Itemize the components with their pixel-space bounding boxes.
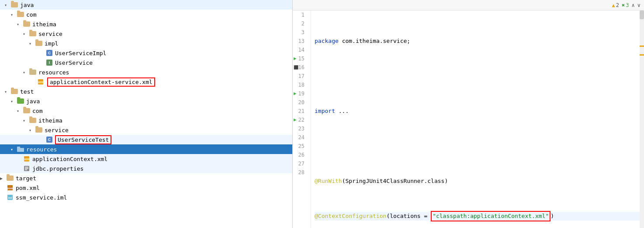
arrow-resources-selected: ▾ [10,147,17,152]
tree-item-ssmiml[interactable]: ▾ iml ssm_service.iml [0,193,292,202]
run-arrow-19: ▶ [294,89,297,98]
line-num-22: ▶ 22 [293,116,307,124]
tree-item-com[interactable]: ▾ com [0,10,292,19]
tree-item-itheima2[interactable]: ▾ itheima [0,116,292,125]
code-line-13 [315,142,640,151]
folder-icon-itheima [23,21,31,28]
warn-marker-2 [640,54,644,56]
tree-item-resources-selected[interactable]: ▾ resources [0,144,292,154]
xml-icon-appctxservice: xml [37,78,45,85]
run-arrow-15: ▶ [294,54,297,63]
line-num-13: 13 [293,37,307,46]
line-num-16: ⬛ 16 [293,63,307,72]
arrow-java2: ▾ [10,99,17,104]
token-ctxconfig-ann: @ContextConfiguration [315,212,386,221]
label-impl: impl [45,40,58,47]
code-line-15: @ContextConfiguration(locations = "class… [315,212,640,221]
arrow-service: ▾ [23,32,29,36]
line-num-19: ▶ 19 [293,89,307,98]
label-jdbcprops: jdbc.properties [32,165,83,172]
label-target: target [16,175,36,182]
props-icon-jdbc [23,165,31,172]
tree-item-com2[interactable]: ▾ com [0,106,292,116]
code-area: 1 2 3 13 14 ▶ 15 ⬛ 16 17 18 ▶ 19 20 21 ▶ [293,11,644,228]
warn-marker-1 [640,46,644,47]
check-icon: ✖ [622,2,625,8]
arrow-test: ▾ [4,89,10,94]
tree-item-service[interactable]: ▾ service [0,29,292,39]
label-resources: resources [38,69,69,76]
arrow-java: ▾ [4,3,10,7]
label-itheima2: itheima [38,117,62,124]
line-num-26: 26 [293,151,307,159]
res-folder-icon-resources [29,69,37,76]
line-num-1: 1 [293,11,307,19]
scrollbar-thumb[interactable] [640,11,644,19]
token-ctxconfig-close: ) [551,212,554,221]
warn-triangle-icon: ▲ [612,2,615,8]
token-package-val: com.itheima.service; [342,37,411,46]
tree-item-resources[interactable]: ▾ resources [0,67,292,77]
line-num-18: 18 [293,81,307,89]
token-runwith-args: (SpringJUnit4ClassRunner.class) [342,177,448,186]
tree-item-userservicetest[interactable]: ▾ C UserServiceTest [0,135,292,144]
svg-text:xml: xml [24,158,29,161]
label-pomxml: pom.xml [16,185,40,191]
tree-item-appctx[interactable]: ▾ xml applicationContext.xml [0,154,292,164]
iml-icon: iml [6,194,14,201]
interface-icon-userservice: I [45,59,53,66]
tree-item-java[interactable]: ▾ java [0,0,292,10]
xml-icon-appctx: xml [23,155,31,162]
line-numbers: 1 2 3 13 14 ▶ 15 ⬛ 16 17 18 ▶ 19 20 21 ▶ [293,11,311,228]
line-num-2: 2 [293,19,307,28]
bookmark-16: ⬛ [294,63,298,72]
line-num-14: 14 [293,46,307,54]
arrow-impl: ▾ [29,41,35,46]
label-resources-selected: resources [26,146,57,153]
folder-icon-target [6,175,14,182]
folder-icon-test [10,88,18,95]
editor-header: ▲ 2 ✖ 3 ∧ ∨ [293,0,644,11]
tree-item-appctxservice[interactable]: ▾ xml applicationContext-service.xml [0,77,292,87]
tree-item-itheima[interactable]: ▾ itheima [0,19,292,29]
tree-item-service2[interactable]: ▾ service [0,125,292,135]
code-editor: ▲ 2 ✖ 3 ∧ ∨ 1 2 3 13 14 ▶ 15 ⬛ 16 [293,0,644,228]
label-userserviceimpl: UserServiceImpl [55,50,106,56]
label-ssmiml: ssm_service.iml [16,194,67,201]
svg-text:xml: xml [38,81,43,84]
nav-arrows[interactable]: ∧ [632,2,635,8]
token-ctxconfig-str: "classpath:applicationContext.xml" [431,211,551,221]
label-appctxservice: applicationContext-service.xml [47,77,155,87]
tree-item-userserviceimpl[interactable]: ▾ C UserServiceImpl [0,48,292,58]
tree-item-test[interactable]: ▾ test [0,87,292,96]
line-num-15: ▶ 15 [293,54,307,63]
token-package-kw: package [315,37,342,46]
label-userservice: UserService [55,60,93,66]
svg-text:iml: iml [8,196,12,199]
warning-count: 2 [616,2,619,8]
folder-icon-service [29,30,37,37]
tree-item-userservice[interactable]: ▾ I UserService [0,58,292,67]
tree-item-pomxml[interactable]: ▾ pom pom.xml [0,183,292,193]
check-badge: ✖ 3 [622,2,629,8]
tree-item-impl[interactable]: ▾ impl [0,39,292,48]
line-num-3: 3 [293,28,307,37]
token-import-dots: ... [339,107,349,116]
scrollbar-right[interactable] [640,11,644,228]
token-runwith-ann: @RunWith [315,177,342,186]
code-line-1: package com.itheima.service; [315,37,640,46]
res-folder-selected-icon [17,146,24,153]
line-num-24: 24 [293,133,307,142]
nav-arrows-down[interactable]: ∨ [637,2,641,8]
arrow-target: ▶ [0,176,6,181]
label-service2: service [45,127,69,133]
folder-icon-service2 [35,126,43,133]
arrow-service2: ▾ [29,128,35,133]
line-num-23: 23 [293,124,307,133]
tree-item-jdbcprops[interactable]: ▾ jdbc.properties [0,164,292,173]
label-test: test [20,88,34,95]
editor-warnings: ▲ 2 ✖ 3 ∧ ∨ [612,2,641,8]
tree-item-java2[interactable]: ▾ java [0,96,292,106]
folder-icon-java [10,1,18,8]
tree-item-target[interactable]: ▶ target [0,173,292,183]
